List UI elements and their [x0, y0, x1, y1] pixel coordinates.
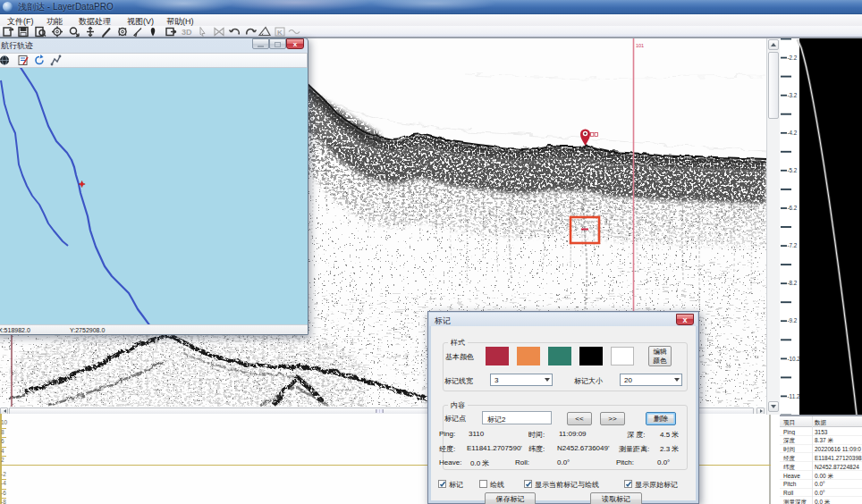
svg-text:-4.2: -4.2	[788, 130, 798, 136]
svg-text:K: K	[277, 29, 283, 37]
svg-text:-3.2: -3.2	[788, 92, 798, 98]
svg-text:-9.2: -9.2	[788, 317, 798, 323]
svg-text:-8.2: -8.2	[788, 280, 798, 286]
svg-text:-10.2: -10.2	[788, 356, 801, 362]
svg-text:-7.2: -7.2	[788, 242, 798, 248]
svg-text:101: 101	[636, 43, 644, 48]
svg-text:-2.2: -2.2	[788, 55, 798, 61]
svg-text:-11.2: -11.2	[788, 393, 800, 399]
svg-text:-6.2: -6.2	[788, 205, 798, 211]
svg-text:3D: 3D	[182, 28, 192, 37]
svg-text:-5.2: -5.2	[788, 167, 798, 173]
